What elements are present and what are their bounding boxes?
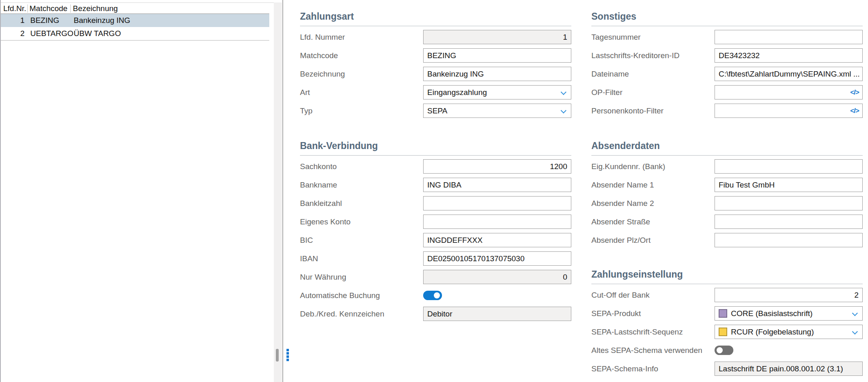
splitter-grip-icon[interactable]: [286, 349, 289, 362]
chevron-down-icon: [852, 310, 858, 316]
art-select[interactable]: Eingangszahlung: [423, 85, 571, 99]
personenkonto-filter-input[interactable]: </>: [715, 104, 863, 118]
typ-select[interactable]: SEPA: [423, 104, 571, 118]
section-title: Zahlungseinstellung: [591, 269, 863, 284]
chevron-down-icon: [561, 89, 566, 95]
field-label: Absender Name 1: [591, 178, 715, 192]
field-label: SEPA-Produkt: [591, 306, 715, 321]
list-scrollbar-thumb[interactable]: [276, 349, 279, 362]
section-title: Zahlungsart: [300, 11, 571, 26]
bankleitzahl-input[interactable]: [423, 196, 571, 210]
section-title: Bank-Verbindung: [300, 140, 571, 156]
chevron-down-icon: [561, 108, 566, 113]
field-label: Eig.Kundennr. (Bank): [591, 159, 715, 174]
iban-input[interactable]: DE02500105170137075030: [423, 251, 571, 266]
field-label: Tagesnummer: [591, 30, 715, 44]
field-row-bezeichnung: Bezeichnung Bankeinzug ING: [300, 67, 571, 81]
cell-lfdnr: 2: [1, 29, 28, 38]
op-filter-input[interactable]: </>: [715, 85, 863, 99]
field-label: Bezeichnung: [300, 67, 423, 81]
field-label: Typ: [300, 104, 423, 118]
field-row-sepa-schema-info: SEPA-Schema-Info Lastschrift DE pain.008…: [591, 362, 863, 376]
sepa-schema-info-field: Lastschrift DE pain.008.001.02 (3.1): [715, 362, 863, 376]
field-label: Art: [300, 85, 423, 99]
field-row-matchcode: Matchcode BEZING: [300, 48, 571, 63]
dateiname-input[interactable]: C:\fbtest\ZahlartDummy\SEPAING.xml ...: [715, 67, 863, 81]
automatische-buchung-toggle[interactable]: [423, 291, 442, 300]
field-row-deb-kred-kennzeichen: Deb./Kred. Kennzeichen Debitor: [300, 307, 571, 321]
list-scrollbar[interactable]: [274, 2, 282, 382]
selected-value: RCUR (Folgebelastung): [731, 325, 814, 339]
field-row-altes-sepa-schema: Altes SEPA-Schema verwenden: [591, 343, 863, 357]
sepa-core-color-swatch: [719, 309, 727, 318]
panel-left-border: [0, 0, 1, 382]
eig-kundennr-input[interactable]: [715, 159, 863, 174]
field-label: Absender Straße: [591, 215, 715, 229]
field-row-nur-waehrung: Nur Währung 0: [300, 270, 571, 284]
field-row-iban: IBAN DE02500105170137075030: [300, 251, 571, 266]
field-label: Lastschrifts-Kreditoren-ID: [591, 48, 715, 63]
panel-splitter[interactable]: [282, 0, 283, 382]
bezeichnung-input[interactable]: Bankeinzug ING: [423, 67, 571, 81]
field-label: Deb./Kred. Kennzeichen: [300, 307, 423, 321]
field-row-absender-plz-ort: Absender Plz/Ort: [591, 233, 863, 247]
filter-expression-icon[interactable]: </>: [850, 86, 859, 99]
section-sonstiges: Sonstiges Tagesnummer Lastschrifts-Kredi…: [591, 11, 863, 122]
field-label: Nur Währung: [300, 270, 423, 284]
field-row-absender-name-2: Absender Name 2: [591, 196, 863, 210]
absender-plz-ort-input[interactable]: [715, 233, 863, 247]
field-row-lfd-nummer: Lfd. Nummer 1: [300, 30, 571, 44]
field-row-typ: Typ SEPA: [300, 104, 571, 118]
tagesnummer-input[interactable]: [715, 30, 863, 44]
field-label: Absender Name 2: [591, 196, 715, 210]
column-header-lfdnr[interactable]: Lfd.Nr.: [1, 5, 28, 13]
field-label: Bankleitzahl: [300, 196, 423, 210]
table-row[interactable]: 1 BEZING Bankeinzug ING: [1, 14, 269, 27]
payment-type-setup-window: Lfd.Nr. Matchcode Bezeichnung 1 BEZING B…: [0, 0, 868, 382]
cell-bezeichnung: ÜBW TARGO: [71, 29, 269, 38]
absender-name-2-input[interactable]: [715, 196, 863, 210]
field-row-bic: BIC INGDDEFFXXX: [300, 233, 571, 247]
field-row-eig-kundennr: Eig.Kundennr. (Bank): [591, 159, 863, 174]
lastschrifts-kreditoren-id-input[interactable]: DE3423232: [715, 48, 863, 63]
matchcode-input[interactable]: BEZING: [423, 48, 571, 63]
column-header-matchcode[interactable]: Matchcode: [28, 5, 71, 13]
payment-types-table: Lfd.Nr. Matchcode Bezeichnung 1 BEZING B…: [1, 3, 269, 41]
field-row-bankname: Bankname ING DIBA: [300, 178, 571, 192]
field-label: OP-Filter: [591, 85, 715, 99]
field-row-art: Art Eingangszahlung: [300, 85, 571, 99]
absender-strasse-input[interactable]: [715, 215, 863, 229]
field-label: Sachkonto: [300, 159, 423, 174]
bankname-input[interactable]: ING DIBA: [423, 178, 571, 192]
table-row[interactable]: 2 UEBTARGO ÜBW TARGO: [1, 27, 269, 40]
field-label: Personenkonto-Filter: [591, 104, 715, 118]
section-zahlungsart: Zahlungsart Lfd. Nummer 1 Matchcode BEZI…: [300, 11, 571, 122]
cell-lfdnr: 1: [1, 16, 28, 25]
field-label: Cut-Off der Bank: [591, 288, 715, 302]
cut-off-der-bank-input[interactable]: 2: [715, 288, 863, 302]
sepa-produkt-select[interactable]: CORE (Basislastschrift): [715, 306, 863, 321]
altes-sepa-schema-toggle[interactable]: [715, 346, 733, 355]
table-header-row: Lfd.Nr. Matchcode Bezeichnung: [1, 3, 269, 14]
cell-matchcode: UEBTARGO: [28, 29, 71, 38]
field-label: Lfd. Nummer: [300, 30, 423, 44]
absender-name-1-input[interactable]: Fibu Test GmbH: [715, 178, 863, 192]
panel-top-border: [0, 2, 282, 3]
sachkonto-input[interactable]: 1200: [423, 159, 571, 174]
field-row-sepa-produkt: SEPA-Produkt CORE (Basislastschrift): [591, 306, 863, 321]
sepa-lastschrift-sequenz-select[interactable]: RCUR (Folgebelastung): [715, 325, 863, 339]
field-row-sachkonto: Sachkonto 1200: [300, 159, 571, 174]
section-title: Absenderdaten: [591, 140, 863, 156]
column-header-bezeichnung[interactable]: Bezeichnung: [71, 5, 269, 13]
section-bank-verbindung: Bank-Verbindung Sachkonto 1200 Bankname …: [300, 140, 571, 325]
filter-expression-icon[interactable]: </>: [850, 104, 859, 118]
field-label: BIC: [300, 233, 423, 247]
field-row-absender-strasse: Absender Straße: [591, 215, 863, 229]
chevron-down-icon: [852, 329, 858, 335]
field-row-dateiname: Dateiname C:\fbtest\ZahlartDummy\SEPAING…: [591, 67, 863, 81]
eigenes-konto-input[interactable]: [423, 215, 571, 229]
field-row-eigenes-konto: Eigenes Konto: [300, 215, 571, 229]
selected-value: SEPA: [427, 104, 447, 118]
bic-input[interactable]: INGDDEFFXXX: [423, 233, 571, 247]
sepa-rcur-color-swatch: [719, 328, 727, 336]
